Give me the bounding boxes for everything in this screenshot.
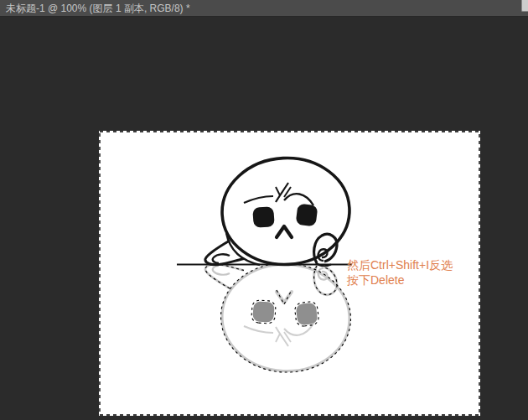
- annotation-text: 然后Ctrl+Shift+I反选 按下Delete: [347, 257, 479, 288]
- annotation-line-1: 然后Ctrl+Shift+I反选: [347, 257, 479, 272]
- canvas-workspace: 然后Ctrl+Shift+I反选 按下Delete: [0, 18, 528, 420]
- left-eye: [252, 206, 275, 228]
- document-canvas[interactable]: 然后Ctrl+Shift+I反选 按下Delete: [99, 131, 480, 416]
- annotation-line-2: 按下Delete: [347, 272, 479, 288]
- character-head: [220, 155, 352, 268]
- document-tab[interactable]: 未标题-1 @ 100% (图层 1 副本, RGB/8) *: [0, 0, 528, 17]
- character-group: [177, 155, 352, 268]
- right-eye: [296, 204, 318, 227]
- scrollbar-thumb[interactable]: [521, 0, 528, 12]
- document-title: 未标题-1 @ 100% (图层 1 副本, RGB/8) *: [6, 3, 190, 14]
- photoshop-window: 未标题-1 @ 100% (图层 1 副本, RGB/8) *: [0, 0, 528, 420]
